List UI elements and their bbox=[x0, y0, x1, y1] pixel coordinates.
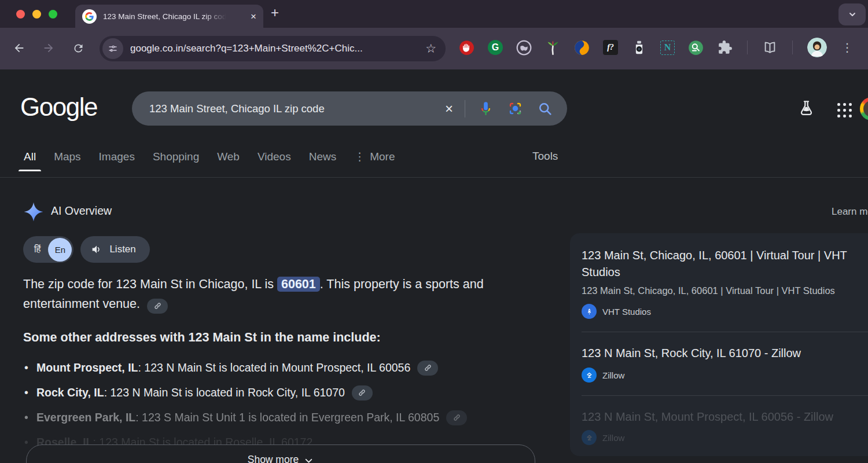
url-text[interactable]: google.co.in/search?q=123+Main+Street%2C… bbox=[130, 43, 420, 54]
language-toggle[interactable]: हिं En bbox=[23, 236, 73, 263]
nav-tab-videos[interactable]: Videos bbox=[258, 150, 291, 163]
result-title[interactable]: 123 N Main St, Mount Prospect, IL 60056 … bbox=[582, 409, 868, 425]
list-item: • Mount Prospect, IL : 123 N Main St is … bbox=[23, 355, 467, 380]
browser-menu-icon[interactable]: ⋮ bbox=[840, 41, 854, 54]
result-source[interactable]: VHT Studios bbox=[582, 304, 868, 319]
bullet-text: : 123 N Main St is located in Mount Pros… bbox=[138, 361, 411, 374]
google-account-avatar[interactable] bbox=[860, 97, 868, 120]
nav-tab-web[interactable]: Web bbox=[217, 150, 240, 163]
list-item: • Evergreen Park, IL : 123 S Main St Uni… bbox=[23, 405, 467, 430]
source-link-chip[interactable] bbox=[417, 361, 438, 376]
ai-overview-title: AI Overview bbox=[51, 204, 112, 218]
bookmark-star-icon[interactable]: ☆ bbox=[425, 42, 436, 56]
ai-answer-paragraph: The zip code for 123 Main St in Chicago,… bbox=[23, 274, 547, 314]
nav-tab-images[interactable]: Images bbox=[99, 150, 135, 163]
voice-search-mic-icon[interactable] bbox=[478, 101, 494, 116]
grammarly-extension-icon[interactable]: G bbox=[488, 40, 503, 55]
new-tab-button[interactable]: + bbox=[271, 5, 279, 21]
source-name: Zillow bbox=[602, 370, 624, 380]
site-settings-icon[interactable] bbox=[102, 38, 123, 59]
chevron-down-icon bbox=[304, 456, 314, 463]
searchbox-divider bbox=[465, 100, 465, 117]
lang-hindi-option[interactable]: हिं bbox=[34, 244, 41, 255]
google-apps-grid-icon[interactable] bbox=[837, 103, 852, 118]
tab-search-chevron-button[interactable] bbox=[838, 3, 866, 25]
source-link-chip[interactable] bbox=[147, 299, 168, 314]
bullet-text: : 123 S Main St Unit 1 is located in Eve… bbox=[135, 411, 439, 424]
speaker-icon bbox=[90, 243, 103, 256]
answer-text-before: The zip code for 123 Main St in Chicago,… bbox=[23, 277, 277, 291]
nav-more-menu[interactable]: ⋮ More bbox=[354, 150, 395, 163]
green-search-extension-icon[interactable] bbox=[688, 40, 704, 56]
bullet-city: Rock City, IL bbox=[36, 386, 104, 399]
reload-button[interactable] bbox=[67, 37, 89, 59]
nav-tab-shopping[interactable]: Shopping bbox=[153, 150, 199, 163]
search-submit-icon[interactable] bbox=[537, 101, 553, 117]
browser-tab[interactable]: 123 Main Street, Chicago IL zip code × bbox=[75, 5, 263, 28]
vht-studios-icon bbox=[582, 304, 597, 319]
bullet-icon: • bbox=[23, 361, 36, 374]
nav-tab-maps[interactable]: Maps bbox=[54, 150, 80, 163]
font-finder-extension-icon[interactable]: f? bbox=[603, 40, 618, 55]
close-window-button[interactable] bbox=[16, 10, 25, 19]
ai-bullet-list: • Mount Prospect, IL : 123 N Main St is … bbox=[23, 355, 467, 455]
reading-list-book-icon[interactable] bbox=[762, 40, 778, 56]
google-lens-icon[interactable] bbox=[507, 101, 523, 116]
swirl-extension-icon[interactable] bbox=[574, 40, 590, 56]
nav-divider bbox=[0, 177, 868, 178]
notion-extension-icon[interactable]: N bbox=[660, 41, 675, 55]
zillow-icon bbox=[582, 368, 597, 383]
search-query-text[interactable]: 123 Main Street, Chicago IL zip code bbox=[149, 102, 445, 115]
nav-tab-all[interactable]: All bbox=[24, 150, 36, 163]
link-icon bbox=[358, 388, 366, 397]
lang-english-option[interactable]: En bbox=[48, 238, 72, 262]
extensions-row: G f? N bbox=[459, 38, 854, 57]
bullet-icon: • bbox=[23, 386, 36, 399]
results-nav: All Maps Images Shopping Web Videos News… bbox=[24, 150, 395, 163]
window-controls bbox=[16, 10, 57, 19]
sidebar-result[interactable]: 123 Main St, Chicago, IL, 60601 | Virtua… bbox=[582, 247, 868, 319]
result-title[interactable]: 123 N Main St, Rock City, IL 61070 - Zil… bbox=[582, 345, 868, 362]
clear-search-icon[interactable]: × bbox=[445, 101, 453, 117]
toolbar-divider bbox=[747, 41, 748, 54]
zoom-window-button[interactable] bbox=[49, 10, 57, 19]
browser-window: 123 Main Street, Chicago IL zip code × +… bbox=[0, 0, 868, 463]
url-bar[interactable]: google.co.in/search?q=123+Main+Street%2C… bbox=[100, 36, 446, 61]
nav-tab-news[interactable]: News bbox=[309, 150, 337, 163]
stop-hand-extension-icon[interactable] bbox=[459, 40, 475, 56]
ink-camera-extension-icon[interactable] bbox=[631, 40, 647, 56]
show-more-label: Show more bbox=[248, 454, 299, 463]
source-link-chip[interactable] bbox=[352, 385, 373, 400]
tools-button[interactable]: Tools bbox=[532, 150, 558, 163]
sidebar-divider bbox=[582, 395, 868, 396]
profile-avatar[interactable] bbox=[807, 38, 827, 57]
listen-button[interactable]: Listen bbox=[80, 236, 149, 263]
search-box[interactable]: 123 Main Street, Chicago IL zip code × bbox=[132, 91, 567, 126]
learn-more-link[interactable]: Learn more bbox=[832, 206, 868, 218]
search-results-page: Google 123 Main Street, Chicago IL zip c… bbox=[0, 69, 868, 463]
result-title[interactable]: 123 Main St, Chicago, IL, 60601 | Virtua… bbox=[582, 247, 868, 281]
google-logo[interactable]: Google bbox=[20, 93, 97, 122]
result-source[interactable]: Zillow bbox=[582, 368, 868, 383]
minimize-window-button[interactable] bbox=[32, 10, 41, 19]
sidebar-result[interactable]: 123 N Main St, Rock City, IL 61070 - Zil… bbox=[582, 345, 868, 383]
forward-button[interactable] bbox=[38, 37, 60, 59]
sidebar-divider bbox=[582, 332, 868, 332]
listen-label: Listen bbox=[109, 244, 135, 255]
leek-extension-icon[interactable] bbox=[545, 40, 561, 56]
tab-strip: 123 Main Street, Chicago IL zip code × + bbox=[0, 0, 868, 28]
google-favicon-icon bbox=[82, 9, 97, 24]
sidebar-result[interactable]: 123 N Main St, Mount Prospect, IL 60056 … bbox=[582, 409, 868, 445]
show-more-button[interactable]: Show more bbox=[26, 444, 535, 463]
mask-extension-icon[interactable] bbox=[516, 40, 532, 56]
tab-close-icon[interactable]: × bbox=[251, 12, 256, 21]
extensions-puzzle-icon[interactable] bbox=[717, 40, 733, 56]
sources-sidebar-card: 123 Main St, Chicago, IL, 60601 | Virtua… bbox=[570, 233, 868, 456]
labs-flask-icon[interactable] bbox=[797, 100, 815, 120]
toolbar-divider bbox=[792, 41, 793, 54]
result-source[interactable]: Zillow bbox=[582, 430, 868, 445]
link-icon bbox=[424, 363, 432, 372]
source-link-chip[interactable] bbox=[446, 410, 467, 425]
nav-more-label: More bbox=[370, 150, 395, 163]
back-button[interactable] bbox=[8, 37, 30, 59]
